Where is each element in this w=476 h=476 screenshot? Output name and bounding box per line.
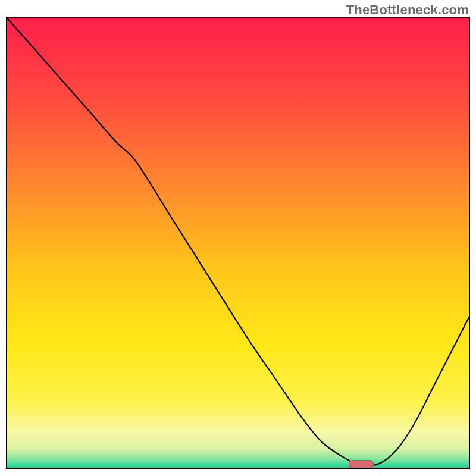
plot-area <box>6 17 470 469</box>
curve-layer <box>6 17 470 469</box>
marker-pill <box>349 460 374 468</box>
chart-stage: TheBottleneck.com <box>0 0 476 476</box>
watermark-text: TheBottleneck.com <box>346 2 469 18</box>
curve-line <box>6 17 470 466</box>
